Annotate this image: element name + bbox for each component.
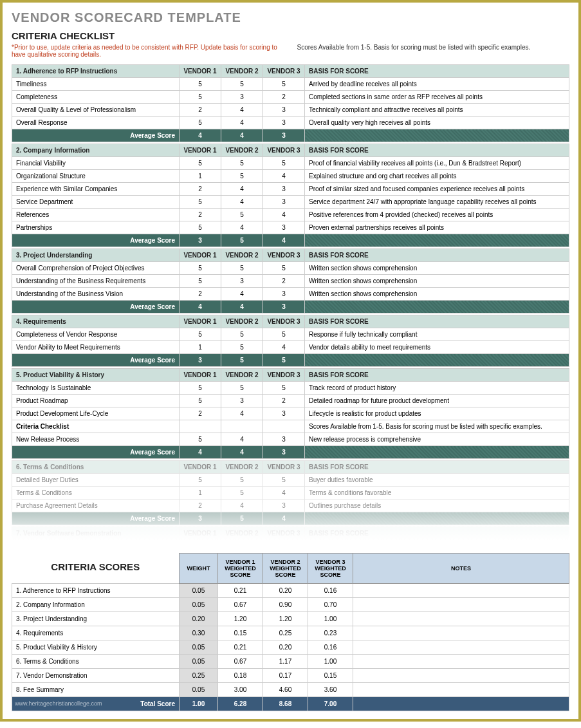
score-vendor3: 0.70: [308, 598, 353, 612]
score-notes: [353, 655, 569, 669]
average-score-row: Average Score443: [12, 129, 569, 142]
avg-vendor3: 3: [263, 446, 305, 459]
average-label: Average Score: [12, 301, 180, 313]
section-title: 7. Vendor Software Demonstration: [12, 527, 180, 540]
score-weight: 0.05: [180, 640, 218, 655]
score-vendor1: 0.67: [218, 655, 263, 669]
avg-vendor3: 3: [263, 301, 305, 313]
criteria-label: Understanding of the Business Requiremen…: [12, 275, 180, 288]
weight-header: WEIGHT: [180, 554, 218, 584]
vendor2-score: 5: [221, 487, 263, 499]
vendor1-score: 5: [180, 474, 221, 487]
avg-vendor1: 3: [180, 512, 221, 525]
vendor1-score: 2: [180, 104, 221, 117]
score-row: 8. Fee Summary0.053.004.603.60: [12, 683, 569, 697]
vendor1-weighted-header: VENDOR 1 WEIGHTED SCORE: [218, 554, 263, 584]
avg-vendor2: 4: [221, 129, 263, 142]
vendor2-header: VENDOR 2: [221, 65, 263, 78]
avg-vendor2: 5: [221, 512, 263, 525]
vendor3-score: 3: [263, 183, 305, 196]
vendor3-score: 3: [263, 499, 305, 512]
score-vendor1: 0.18: [218, 669, 263, 683]
section-title: 1. Adherence to RFP Instructions: [12, 65, 180, 78]
criteria-label: Vendor Ability to Meet Requirements: [12, 341, 180, 354]
vendor3-header: VENDOR 3: [263, 249, 305, 262]
section-title: 4. Requirements: [12, 315, 180, 328]
criteria-row: Overall Quality & Level of Professionali…: [12, 104, 569, 117]
vendor3-score: 5: [263, 78, 305, 91]
vendor3-score: [263, 420, 305, 433]
criteria-label: Terms & Conditions: [12, 487, 180, 499]
avg-vendor2: 5: [221, 354, 263, 367]
basis-text: Written section shows comprehension: [305, 262, 569, 275]
average-score-row: Average Score443: [12, 446, 569, 459]
vendor1-score: 5: [180, 221, 221, 234]
score-notes: [353, 626, 569, 640]
criteria-label: Service Department: [12, 196, 180, 209]
vendor1-header: VENDOR 1: [180, 369, 221, 382]
criteria-row: Product Development Life-Cycle243Lifecyc…: [12, 407, 569, 420]
total-vendor3: 7.00: [308, 697, 353, 711]
score-notes: [353, 683, 569, 697]
criteria-label: Criteria Checklist: [12, 420, 180, 433]
score-vendor2: 0.20: [263, 584, 308, 598]
criteria-checklist-heading: CRITERIA CHECKLIST: [12, 30, 569, 41]
vendor2-score: 5: [221, 209, 263, 221]
vendor3-score: 3: [263, 288, 305, 301]
criteria-label: Technology Is Sustainable: [12, 382, 180, 395]
vendor3-weighted-header: VENDOR 3 WEIGHTED SCORE: [308, 554, 353, 584]
criteria-row: Service Department543Service department …: [12, 196, 569, 209]
criteria-label: Completeness of Vendor Response: [12, 328, 180, 341]
scores-header-row: CRITERIA SCORES WEIGHT VENDOR 1 WEIGHTED…: [12, 554, 569, 584]
avg-vendor1: 4: [180, 129, 221, 142]
score-weight: 0.05: [180, 655, 218, 669]
criteria-row: Detailed Buyer Duties555Buyer duties fav…: [12, 474, 569, 487]
score-vendor3: 0.16: [308, 584, 353, 598]
vendor2-score: 5: [221, 328, 263, 341]
vendor2-score: 3: [221, 275, 263, 288]
score-vendor1: 1.20: [218, 612, 263, 626]
vendor2-header: VENDOR 2: [221, 369, 263, 382]
score-row: 5. Product Viability & History0.050.210.…: [12, 640, 569, 655]
score-criteria: 8. Fee Summary: [12, 683, 180, 697]
vendor1-score: 1: [180, 341, 221, 354]
basis-header: BASIS FOR SCORE: [305, 315, 569, 328]
avg-spacer: [305, 301, 569, 313]
vendor1-score: 1: [180, 487, 221, 499]
score-weight: 0.05: [180, 584, 218, 598]
score-vendor3: 3.60: [308, 683, 353, 697]
criteria-row: Understanding of the Business Requiremen…: [12, 275, 569, 288]
vendor2-header: VENDOR 2: [221, 527, 263, 540]
criteria-label: New Release Process: [12, 433, 180, 446]
vendor1-score: 5: [180, 91, 221, 104]
usage-note: *Prior to use, update criteria as needed…: [12, 44, 284, 58]
average-label: Average Score: [12, 512, 180, 525]
vendor1-header: VENDOR 1: [180, 65, 221, 78]
vendor2-header: VENDOR 2: [221, 249, 263, 262]
criteria-label: Understanding of the Business Vision: [12, 288, 180, 301]
avg-spacer: [305, 234, 569, 247]
basis-text: Service department 24/7 with appropriate…: [305, 196, 569, 209]
score-notes: [353, 669, 569, 683]
score-notes: [353, 612, 569, 626]
total-notes: [353, 697, 569, 711]
score-criteria: 6. Terms & Conditions: [12, 655, 180, 669]
criteria-label: Product Roadmap: [12, 395, 180, 407]
criteria-label: Organizational Structure: [12, 170, 180, 183]
avg-vendor3: 4: [263, 234, 305, 247]
vendor3-header: VENDOR 3: [263, 527, 305, 540]
total-vendor1: 6.28: [218, 697, 263, 711]
score-row: 4. Requirements0.300.150.250.23: [12, 626, 569, 640]
basis-text: Lifecycle is realistic for product updat…: [305, 407, 569, 420]
basis-header: BASIS FOR SCORE: [305, 144, 569, 157]
vendor3-score: 3: [263, 407, 305, 420]
vendor1-score: 2: [180, 288, 221, 301]
notes-header: NOTES: [353, 554, 569, 584]
criteria-row: Terms & Conditions154Terms & conditions …: [12, 487, 569, 499]
score-vendor1: 0.67: [218, 598, 263, 612]
vendor1-score: [180, 420, 221, 433]
vendor2-score: 5: [221, 382, 263, 395]
vendor3-score: 4: [263, 341, 305, 354]
score-criteria: 5. Product Viability & History: [12, 640, 180, 655]
section-header-row: 1. Adherence to RFP InstructionsVENDOR 1…: [12, 65, 569, 78]
